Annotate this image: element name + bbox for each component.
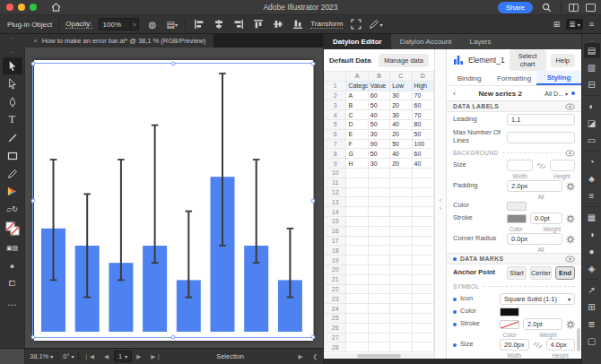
grid-cell[interactable] xyxy=(346,333,368,342)
grid-cell[interactable] xyxy=(346,304,368,314)
grid-cell[interactable] xyxy=(368,313,389,323)
grid-cell[interactable] xyxy=(346,197,368,207)
grid-cell[interactable] xyxy=(412,342,433,352)
grid-rownum[interactable]: 27 xyxy=(325,333,346,342)
grid-cell[interactable]: High xyxy=(412,81,433,91)
status-collapse-icon[interactable]: ❮ xyxy=(309,353,323,360)
grid-cell[interactable] xyxy=(390,304,412,314)
properties-panel-icon[interactable]: ≣ xyxy=(584,316,600,332)
grid-cell[interactable] xyxy=(412,226,433,236)
color-panel-icon[interactable]: ◐ xyxy=(584,99,600,114)
corner-radius-input[interactable] xyxy=(507,233,562,245)
splitter-expand-icon[interactable]: › xyxy=(440,205,441,212)
bg-color-swatch[interactable] xyxy=(507,202,527,211)
grid-cell[interactable] xyxy=(390,342,412,352)
grid-cell[interactable]: 30 xyxy=(368,159,389,169)
tab-formatting[interactable]: Formatting xyxy=(492,71,536,85)
grid-col-D[interactable]: D xyxy=(412,72,433,82)
gear-icon[interactable] xyxy=(566,214,575,223)
grid-cell[interactable] xyxy=(412,333,433,342)
grid-rownum[interactable]: 7 xyxy=(325,139,346,149)
blob-tool[interactable]: ● xyxy=(3,257,22,274)
grid-cell[interactable] xyxy=(412,236,433,246)
grid-cell[interactable] xyxy=(346,274,368,284)
fullscreen-icon[interactable] xyxy=(586,4,596,12)
gear-icon[interactable] xyxy=(566,320,575,329)
grid-cell[interactable]: 30 xyxy=(390,91,412,100)
grid-rownum[interactable]: 4 xyxy=(325,110,346,120)
grid-cell[interactable] xyxy=(412,207,433,217)
grid-cell[interactable]: 20 xyxy=(390,100,412,110)
leading-input[interactable] xyxy=(507,114,575,126)
grid-cell[interactable]: 30 xyxy=(368,129,389,139)
free-transform-icon[interactable] xyxy=(349,18,362,31)
grid-cell[interactable] xyxy=(346,178,368,187)
grid-col-B[interactable]: B xyxy=(368,72,389,82)
grid-cell[interactable] xyxy=(390,294,412,304)
pane-splitter[interactable]: ‹ › xyxy=(435,49,447,359)
padding-input[interactable] xyxy=(507,180,562,192)
swatches-panel-icon[interactable]: ▦ xyxy=(584,210,600,225)
tab-datylon-account[interactable]: Datylon Account xyxy=(391,34,461,49)
grid-cell[interactable] xyxy=(390,264,412,274)
manage-data-button[interactable]: Manage data xyxy=(379,54,429,67)
grid-cell[interactable] xyxy=(412,178,433,187)
grid-col-A[interactable]: A xyxy=(346,72,368,82)
grid-cell[interactable] xyxy=(346,264,368,274)
grid-cell[interactable]: 50 xyxy=(412,129,433,139)
bg-width-input[interactable] xyxy=(507,160,533,171)
grid-cell[interactable]: H xyxy=(346,159,368,169)
grid-cell[interactable] xyxy=(412,187,433,197)
grid-rownum[interactable]: 25 xyxy=(325,313,346,323)
bg-stroke-weight-input[interactable] xyxy=(530,212,562,224)
grid-cell[interactable] xyxy=(368,246,389,256)
grid-cell[interactable]: 20 xyxy=(390,159,412,169)
grid-cell[interactable] xyxy=(412,304,433,314)
grid-cell[interactable] xyxy=(346,226,368,236)
grid-cell[interactable] xyxy=(390,323,412,333)
grid-cell[interactable]: Low xyxy=(390,81,412,91)
grid-rownum[interactable]: 20 xyxy=(325,264,346,274)
grid-rownum[interactable]: 28 xyxy=(325,342,346,352)
grid-cell[interactable] xyxy=(346,294,368,304)
grid-cell[interactable]: G xyxy=(346,149,368,159)
grid-rownum[interactable]: 15 xyxy=(325,216,346,226)
graphic-styles-panel-icon[interactable]: ◈ xyxy=(584,261,600,276)
status-menu-icon[interactable]: ▶ xyxy=(294,353,309,360)
grid-cell[interactable]: F xyxy=(346,139,368,149)
opacity-dropdown-chevron[interactable]: › xyxy=(130,21,139,29)
grid-cell[interactable] xyxy=(346,236,368,246)
grid-cell[interactable] xyxy=(390,168,412,178)
grid-cell[interactable] xyxy=(368,216,389,226)
section-data-labels[interactable]: DATA LABELS xyxy=(447,100,581,112)
more-tools[interactable]: … xyxy=(3,293,22,310)
selection-tool[interactable] xyxy=(3,57,22,74)
grid-cell[interactable]: 60 xyxy=(412,100,433,110)
last-artboard-icon[interactable]: ▶❘ xyxy=(146,353,166,360)
grid-cell[interactable] xyxy=(346,187,368,197)
grid-rownum[interactable]: 3 xyxy=(325,100,346,110)
grid-cell[interactable]: D xyxy=(346,119,368,129)
zoom-level-control[interactable]: 38,1%▾ xyxy=(25,352,57,360)
subsection-background[interactable]: BACKGROUND xyxy=(447,147,581,159)
grid-cell[interactable]: 40 xyxy=(390,149,412,159)
grid-cell[interactable] xyxy=(368,236,389,246)
align-left-icon[interactable] xyxy=(192,18,205,31)
grid-cell[interactable]: 60 xyxy=(368,91,389,100)
grid-cell[interactable]: 40 xyxy=(368,110,389,120)
gradient-page-panel-icon[interactable]: ◪ xyxy=(584,116,600,131)
grid-cell[interactable]: Category xyxy=(346,81,368,91)
grid-rownum[interactable]: 22 xyxy=(325,284,346,294)
grid-cell[interactable] xyxy=(346,342,368,352)
splitter-collapse-icon[interactable]: ‹ xyxy=(440,197,441,204)
grid-cell[interactable] xyxy=(412,274,433,284)
grid-cell[interactable]: Value xyxy=(368,81,389,91)
grid-cell[interactable]: 90 xyxy=(368,139,389,149)
canvas[interactable] xyxy=(25,48,323,348)
panel-menu-icon[interactable]: ≡ xyxy=(589,20,594,29)
arrange-documents-icon[interactable]: ⊞ xyxy=(553,20,561,29)
search-icon[interactable] xyxy=(540,1,553,14)
grid-cell[interactable] xyxy=(412,168,433,178)
grid-cell[interactable]: 70 xyxy=(412,91,433,100)
grid-cell[interactable] xyxy=(390,187,412,197)
